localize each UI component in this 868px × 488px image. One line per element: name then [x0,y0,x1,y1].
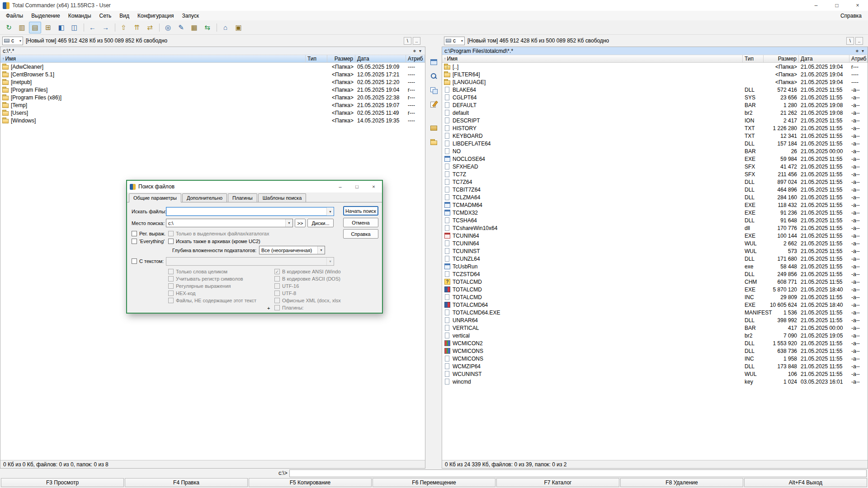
function-key-button[interactable]: F6 Перемещение [373,478,495,487]
file-row[interactable]: [inetpub] <Папка> 02.05.2025 12:20 ---- [0,78,425,86]
file-row[interactable]: LIBDEFLATE64 DLL 157 184 21.05.2025 11:5… [442,140,868,147]
file-row[interactable]: CGLPT64 SYS 23 656 21.05.2025 11:55 -a-- [442,94,868,101]
column-header-date[interactable]: Дата [355,55,406,62]
column-header-type[interactable]: Тип [306,55,327,62]
text-option-checkbox[interactable]: Только слова целиком [168,268,256,275]
menu-item[interactable]: Вид [115,12,133,20]
left-path-bar[interactable]: c:\*.* ∗ ▾ [0,47,425,55]
file-row[interactable]: TOTALCMD INC 29 809 21.05.2025 11:55 -a-… [442,293,868,301]
menu-item[interactable]: Конфигурация [133,12,178,20]
file-row[interactable]: [Temp] <Папка> 21.05.2025 19:07 ---- [0,101,425,109]
favorites-icon[interactable]: ∗ [411,48,418,53]
dialog-tab[interactable]: Шаблоны поиска [258,193,307,202]
chevron-down-icon[interactable]: ▾ [326,207,334,216]
search-for-combo[interactable]: ▾ [166,207,334,216]
file-row[interactable]: NOCLOSE64 EXE 59 984 21.05.2025 11:55 -a… [442,155,868,163]
favorites-icon[interactable]: ∗ [854,48,860,53]
parent-dir-button[interactable]: .. [855,37,863,45]
left-drive-combo[interactable]: c ▾ [2,37,23,45]
subdir-depth-combo[interactable]: Все (неограниченная) ▾ [259,246,325,254]
file-row[interactable]: DESCRIPT ION 2 417 21.05.2025 11:55 -a-- [442,117,868,124]
toolbar-button[interactable]: ◧ [55,22,67,33]
toolbar-button[interactable]: ⌂ [219,22,231,33]
middle-button[interactable] [429,123,439,132]
file-row[interactable]: [Program Files] <Папка> 21.05.2025 19:04… [0,86,425,94]
file-row[interactable]: default br2 21 262 21.05.2025 19:08 -a-- [442,109,868,117]
column-header-date[interactable]: Дата [799,55,849,62]
column-header-attr[interactable]: Атриб [849,55,868,62]
file-row[interactable]: TCshareWin10x64 dll 170 776 21.05.2025 1… [442,224,868,232]
file-row[interactable]: [FILTER64] <Папка> 21.05.2025 19:04 ---- [442,70,868,78]
with-text-checkbox[interactable]: С текстом: [132,258,164,264]
file-row[interactable]: TCLZMA64 DLL 284 160 21.05.2025 11:55 -a… [442,193,868,201]
file-row[interactable]: [..] <Папка> 21.05.2025 19:04 r--- [442,63,868,70]
file-row[interactable]: BLAKE64 DLL 572 416 21.05.2025 11:55 -a-… [442,86,868,94]
menu-item[interactable]: Сеть [95,12,116,20]
function-key-button[interactable]: F4 Правка [125,478,248,487]
menu-item[interactable]: Выделение [27,12,64,20]
file-row[interactable]: VERTICAL BAR 417 21.05.2025 00:00 -a-- [442,324,868,332]
everything-checkbox[interactable]: 'Everything' [132,239,165,244]
column-header-type[interactable]: Тип [743,55,764,62]
start-search-button[interactable]: Начать поиск [343,206,378,216]
file-row[interactable]: TCUNIN64 EXE 100 144 21.05.2025 11:55 -a… [442,232,868,239]
toolbar-button[interactable]: ▣ [232,22,245,33]
right-drive-combo[interactable]: c ▾ [444,37,465,45]
dialog-tab[interactable]: Плагины [228,193,257,202]
file-row[interactable]: UNRAR64 DLL 398 992 21.05.2025 11:55 -a-… [442,316,868,324]
middle-button[interactable] [429,99,439,108]
file-row[interactable]: TCZSTD64 DLL 249 856 21.05.2025 11:55 -a… [442,270,868,278]
help-button[interactable]: Справка [343,229,378,239]
parent-dir-button[interactable]: .. [413,37,420,45]
toolbar-button[interactable]: ▤ [29,22,41,33]
text-option-checkbox[interactable]: Файлы, НЕ содержащие этот текст [168,297,256,304]
file-row[interactable]: [Windows] <Папка> 14.05.2025 19:35 ---- [0,117,425,124]
middle-button[interactable] [429,137,439,146]
file-row[interactable]: WCMICON2 DLL 1 553 920 21.05.2025 11:55 … [442,339,868,347]
chevron-down-icon[interactable]: ▾ [285,219,292,227]
toolbar-button[interactable]: ⇈ [131,22,143,33]
toolbar-button[interactable]: ⇄ [144,22,156,33]
file-row[interactable]: TC7Z SFX 211 456 21.05.2025 11:55 -a-- [442,170,868,178]
middle-button[interactable] [429,71,439,80]
file-row[interactable]: TCUNIN64 WUL 2 662 21.05.2025 11:55 -a-- [442,239,868,247]
file-row[interactable]: WCMICONS DLL 638 736 21.05.2025 11:55 -a… [442,347,868,355]
file-row[interactable]: NO BAR 26 21.05.2025 00:00 -a-- [442,147,868,155]
toolbar-button[interactable]: ✎ [175,22,187,33]
text-option-checkbox[interactable]: В кодировке ANSI (Windo [274,268,341,275]
toolbar-button[interactable]: ⇧ [118,22,130,33]
toolbar-button[interactable]: ▥ [16,22,28,33]
file-row[interactable]: vertical br2 7 090 21.05.2025 19:05 -a-- [442,332,868,339]
root-dir-button[interactable]: \ [404,37,411,45]
dialog-maximize-button[interactable]: □ [349,181,365,192]
search-in-combo[interactable]: c:\ ▾ [166,219,293,227]
regex-checkbox[interactable]: Рег. выраж. [132,231,165,236]
toolbar-button[interactable]: ▦ [188,22,200,33]
history-chevron-icon[interactable]: ▾ [418,48,423,53]
dialog-close-button[interactable]: × [365,181,382,192]
middle-button[interactable] [429,85,439,94]
dialog-minimize-button[interactable]: – [332,181,349,192]
text-option-checkbox[interactable]: UTF-16 [274,282,341,290]
search-for-input[interactable] [166,209,326,214]
file-row[interactable]: TOTALCMD64.EXE MANIFEST 1 536 21.05.2025… [442,309,868,316]
file-row[interactable]: TCBIT7Z64 DLL 464 896 21.05.2025 11:55 -… [442,186,868,193]
column-header-size[interactable]: Размер [327,55,355,62]
search-archives-checkbox[interactable]: Искать также в архивах (кроме UC2) [168,239,260,244]
text-option-checkbox[interactable]: Учитывать регистр символов [168,275,256,282]
function-key-button[interactable]: F7 Каталог [496,478,619,487]
text-option-checkbox[interactable]: HEX-код [168,290,256,297]
toolbar-button[interactable]: → [99,22,112,33]
file-row[interactable]: wincmd key 1 024 03.05.2023 16:01 -a-- [442,378,868,385]
toolbar-button[interactable]: ⊞ [42,22,54,33]
expand-path-button[interactable]: >> [295,219,306,227]
toolbar-button[interactable]: ◎ [162,22,174,33]
column-header-size[interactable]: Размер [764,55,799,62]
text-option-checkbox[interactable]: В кодировке ASCII (DOS) [274,275,341,282]
dialog-tab[interactable]: Общие параметры [129,193,181,202]
with-text-combo[interactable]: ▾ [166,257,334,266]
chevron-down-icon[interactable]: ▾ [317,246,325,254]
file-row[interactable]: TOTALCMD CHM 608 771 21.05.2025 11:55 -a… [442,278,868,286]
toolbar-button[interactable]: ↻ [3,22,15,33]
maximize-button[interactable]: □ [826,0,847,11]
